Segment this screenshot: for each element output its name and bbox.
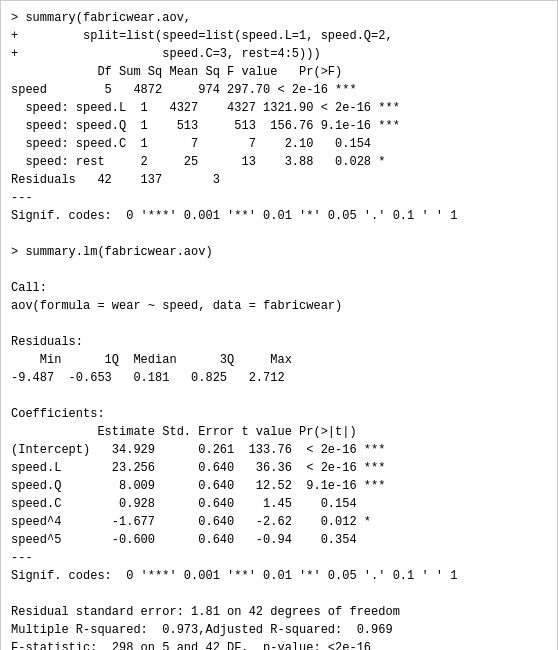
terminal-window: > summary(fabricwear.aov, + split=list(s…	[0, 0, 558, 650]
terminal-content: > summary(fabricwear.aov, + split=list(s…	[11, 9, 547, 650]
